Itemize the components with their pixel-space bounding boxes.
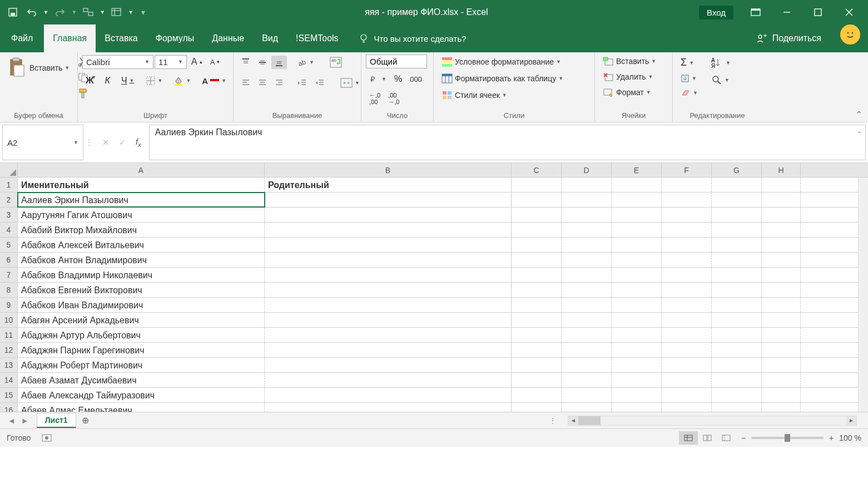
cell[interactable] [265, 313, 512, 327]
orientation-icon[interactable]: ab▼ [294, 55, 318, 70]
cell[interactable] [662, 403, 712, 412]
decrease-decimal-icon[interactable]: ,00→,0 [385, 90, 403, 107]
increase-font-icon[interactable]: A▴ [188, 55, 206, 69]
cell[interactable] [762, 208, 801, 222]
cell[interactable] [762, 268, 801, 282]
cell[interactable]: Именительный [18, 178, 265, 192]
tab-formulas[interactable]: Формулы [147, 24, 204, 52]
cell[interactable] [512, 178, 562, 192]
cell[interactable] [662, 238, 712, 252]
cell[interactable]: Абаев Азамат Дусимбаевич [18, 373, 265, 387]
cell-styles-button[interactable]: Стили ячеек ▼ [438, 88, 510, 102]
tab-home[interactable]: Главная [44, 24, 96, 52]
cell[interactable]: Абабков Евгений Викторович [18, 283, 265, 297]
maximize-icon[interactable] [803, 0, 832, 24]
cell[interactable] [265, 208, 512, 222]
cell[interactable] [562, 358, 612, 372]
wrap-text-icon[interactable]: ab [326, 55, 345, 70]
conditional-formatting-button[interactable]: Условное форматирование ▼ [438, 55, 564, 69]
comma-icon[interactable]: 000 [406, 73, 425, 86]
zoom-slider[interactable] [751, 437, 824, 439]
sort-filter-icon[interactable]: AЯ▼ [708, 55, 734, 71]
cell[interactable] [612, 253, 662, 267]
cell[interactable] [762, 388, 801, 402]
align-right-icon[interactable] [271, 77, 287, 89]
cell[interactable] [512, 403, 562, 412]
col-header[interactable]: G [712, 163, 762, 177]
cell[interactable] [612, 223, 662, 237]
cell[interactable] [265, 358, 512, 372]
cell[interactable] [512, 358, 562, 372]
autosum-icon[interactable]: Σ ▼ [677, 55, 701, 71]
cell[interactable] [562, 208, 612, 222]
cell[interactable] [612, 388, 662, 402]
cell[interactable]: Абабий Виктор Михайлович [18, 223, 265, 237]
row-header[interactable]: 7 [0, 268, 18, 282]
cell[interactable] [562, 403, 612, 412]
spreadsheet-grid[interactable]: A B C D E F G H 1ИменительныйРодительный… [0, 163, 868, 412]
cell[interactable] [662, 388, 712, 402]
cell[interactable] [712, 238, 762, 252]
col-header[interactable]: A [18, 163, 265, 177]
merge-center-icon[interactable]: ▼ [337, 76, 363, 90]
cell[interactable] [562, 253, 612, 267]
share-button[interactable]: Поделиться [745, 24, 832, 52]
row-header[interactable]: 12 [0, 343, 18, 357]
cell[interactable] [762, 358, 801, 372]
increase-decimal-icon[interactable]: ←,0,00 [366, 90, 384, 107]
cell[interactable] [662, 178, 712, 192]
normal-view-icon[interactable] [679, 431, 698, 445]
cell[interactable] [512, 253, 562, 267]
qat-icon-2[interactable] [110, 5, 124, 19]
row-header[interactable]: 4 [0, 223, 18, 237]
cell[interactable] [265, 253, 512, 267]
cell[interactable] [762, 283, 801, 297]
tab-view[interactable]: Вид [253, 24, 287, 52]
paste-button[interactable]: Вставить ▼ [4, 55, 72, 81]
cell[interactable] [762, 223, 801, 237]
cell[interactable]: Абаджян Парник Гарегинович [18, 343, 265, 357]
cell[interactable] [712, 178, 762, 192]
cell[interactable]: Абаджян Роберт Мартинович [18, 358, 265, 372]
format-cells-button[interactable]: Формат ▼ [599, 86, 654, 99]
col-header[interactable]: D [562, 163, 612, 177]
clear-icon[interactable]: ▼ [677, 86, 701, 100]
cell[interactable] [612, 193, 662, 207]
cell[interactable] [712, 193, 762, 207]
font-size-combo[interactable]: 11▼ [155, 55, 187, 69]
insert-cells-button[interactable]: Вставить ▼ [599, 55, 659, 68]
cell[interactable] [265, 268, 512, 282]
macro-record-icon[interactable] [42, 434, 52, 442]
cell[interactable] [612, 208, 662, 222]
align-middle-icon[interactable] [255, 56, 270, 69]
login-button[interactable]: Вход [699, 6, 733, 19]
cell[interactable] [512, 268, 562, 282]
tab-file[interactable]: Файл [0, 24, 44, 52]
zoom-out-icon[interactable]: − [741, 433, 746, 442]
cell[interactable] [762, 298, 801, 312]
cell[interactable]: Абабков Иван Владимирович [18, 298, 265, 312]
cell[interactable] [562, 238, 612, 252]
redo-icon[interactable] [53, 5, 67, 19]
italic-button[interactable]: К [101, 73, 113, 88]
expand-formula-icon[interactable]: ⌄ [857, 127, 862, 135]
cell[interactable] [512, 238, 562, 252]
cell[interactable] [712, 268, 762, 282]
zoom-in-icon[interactable]: + [829, 433, 834, 442]
decrease-font-icon[interactable]: A▾ [207, 56, 224, 68]
col-header[interactable]: F [662, 163, 712, 177]
cell[interactable] [512, 373, 562, 387]
col-header[interactable]: E [612, 163, 662, 177]
cell[interactable] [512, 283, 562, 297]
cell[interactable] [662, 253, 712, 267]
row-header[interactable]: 9 [0, 298, 18, 312]
cell[interactable] [762, 313, 801, 327]
zoom-level[interactable]: 100 % [839, 433, 861, 442]
cell[interactable] [662, 223, 712, 237]
cell[interactable] [662, 298, 712, 312]
cell[interactable] [612, 283, 662, 297]
row-header[interactable]: 13 [0, 358, 18, 372]
row-header[interactable]: 15 [0, 388, 18, 402]
cell[interactable] [512, 313, 562, 327]
delete-cells-button[interactable]: Удалить ▼ [599, 70, 656, 83]
